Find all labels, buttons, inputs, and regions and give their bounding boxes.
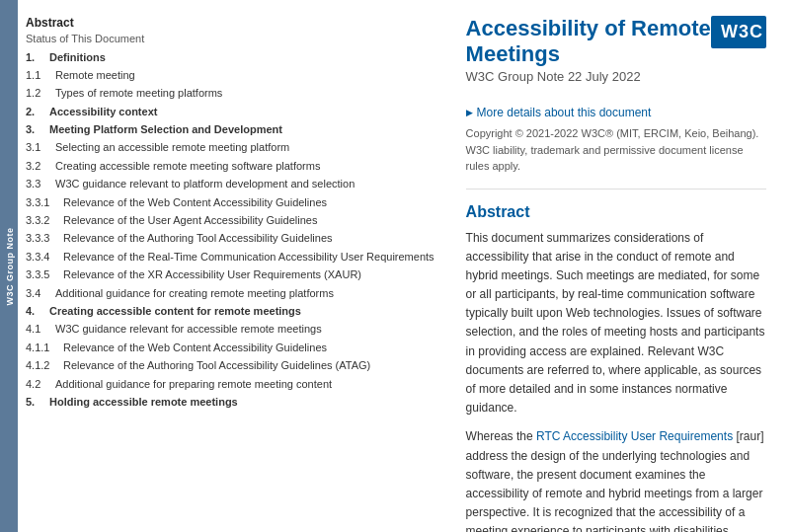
table-of-contents: 1.Definitions1.1Remote meeting1.2Types o… — [26, 48, 434, 412]
toc-item[interactable]: 4.1.1Relevance of the Web Content Access… — [26, 339, 434, 356]
toc-item[interactable]: 1.2Types of remote meeting platforms — [26, 85, 434, 103]
toc-number: 3.3.2 — [26, 213, 63, 228]
toc-number: 2. — [26, 105, 49, 119]
abstract-heading: Abstract — [466, 203, 766, 221]
toc-number: 4.1.2 — [26, 358, 63, 373]
toc-number: 4.1.1 — [26, 341, 63, 355]
toc-number: 1. — [26, 50, 49, 65]
abstract-paragraph-1: This document summarizes considerations … — [466, 229, 766, 418]
toc-item[interactable]: 3.3.2Relevance of the User Agent Accessi… — [26, 212, 434, 230]
toc-item[interactable]: 3.3.4Relevance of the Real-Time Communic… — [26, 248, 434, 266]
toc-item[interactable]: 4.1W3C guidance relevant for accessible … — [26, 321, 434, 339]
toc-number: 4.2 — [26, 377, 55, 392]
group-note-label: W3C Group Note — [4, 227, 14, 305]
toc-number: 3.2 — [26, 159, 55, 174]
toc-number: 3.3.5 — [26, 267, 63, 282]
toc-label: Accessibility context — [49, 106, 157, 117]
toc-item[interactable]: 4.2Additional guidance for preparing rem… — [26, 375, 434, 393]
main-content: Accessibility of Remote Meetings W3C Gro… — [442, 0, 790, 532]
title-block: Accessibility of Remote Meetings W3C Gro… — [466, 16, 711, 96]
header-row: Accessibility of Remote Meetings W3C Gro… — [466, 16, 766, 96]
toc-label: Additional guidance for preparing remote… — [55, 378, 332, 390]
toc-label: Remote meeting — [55, 69, 135, 81]
toc-number: 3.3.4 — [26, 250, 63, 265]
abstract-paragraph-2: Whereas the RTC Accessibility User Requi… — [466, 427, 766, 532]
toc-number: 3.3 — [26, 177, 55, 191]
details-toggle[interactable]: More details about this document — [466, 106, 766, 119]
toc-number: 3.3.1 — [26, 195, 63, 210]
toc-item[interactable]: 3.2Creating accessible remote meeting so… — [26, 157, 434, 175]
toc-label: Creating accessible content for remote m… — [49, 305, 301, 317]
details-toggle-label: More details about this document — [477, 106, 652, 119]
toc-label: Additional guidance for creating remote … — [55, 287, 334, 299]
toc-item[interactable]: 2.Accessibility context — [26, 103, 434, 120]
section-divider — [466, 189, 766, 190]
group-note-label-bar: W3C Group Note — [0, 0, 18, 532]
toc-item[interactable]: 3.3.1Relevance of the Web Content Access… — [26, 193, 434, 211]
toc-label: Meeting Platform Selection and Developme… — [49, 123, 282, 135]
copyright-text: Copyright © 2021-2022 W3C® (MIT, ERCIM, … — [466, 125, 766, 175]
toc-label: Relevance of the User Agent Accessibilit… — [63, 214, 317, 226]
toc-label: Relevance of the Authoring Tool Accessib… — [63, 359, 370, 371]
toc-number: 3.4 — [26, 286, 55, 301]
toc-item[interactable]: 5.Holding accessible remote meetings — [26, 393, 434, 411]
toc-label: Types of remote meeting platforms — [55, 87, 222, 99]
toc-number: 4. — [26, 304, 49, 319]
sidebar: W3C Group Note Abstract Status of This D… — [0, 0, 442, 532]
toc-number: 4.1 — [26, 322, 55, 337]
toc-item[interactable]: 1.Definitions — [26, 48, 434, 66]
toc-item[interactable]: 3.3W3C guidance relevant to platform dev… — [26, 176, 434, 193]
toc-label: Selecting an accessible remote meeting p… — [55, 141, 289, 153]
toc-item[interactable]: 1.1Remote meeting — [26, 66, 434, 84]
status-toc-label: Status of This Document — [26, 33, 434, 44]
toc-number: 1.1 — [26, 68, 55, 83]
toc-number: 1.2 — [26, 86, 55, 101]
toc-label: Relevance of the Web Content Accessibili… — [63, 196, 327, 208]
toc-item[interactable]: 3.3.3Relevance of the Authoring Tool Acc… — [26, 230, 434, 248]
document-subtitle: W3C Group Note 22 July 2022 — [466, 69, 711, 84]
toc-label: Relevance of the XR Accessibility User R… — [63, 268, 361, 280]
toc-label: Creating accessible remote meeting softw… — [55, 160, 320, 172]
toc-label: W3C guidance relevant for accessible rem… — [55, 323, 322, 335]
toc-item[interactable]: 3.3.5Relevance of the XR Accessibility U… — [26, 266, 434, 284]
toc-number: 3.3.3 — [26, 231, 63, 246]
toc-number: 3. — [26, 122, 49, 137]
toc-item[interactable]: 3.1Selecting an accessible remote meetin… — [26, 139, 434, 157]
toc-label: W3C guidance relevant to platform develo… — [55, 178, 355, 190]
toc-item[interactable]: 3.4Additional guidance for creating remo… — [26, 284, 434, 302]
toc-label: Relevance of the Real-Time Communication… — [63, 251, 434, 263]
w3c-logo: W3C — [711, 16, 766, 48]
toc-label: Holding accessible remote meetings — [49, 396, 238, 408]
sidebar-content: Abstract Status of This Document 1.Defin… — [18, 0, 442, 532]
abstract-toc-label: Abstract — [26, 16, 434, 30]
toc-label: Relevance of the Web Content Accessibili… — [63, 342, 327, 353]
document-title: Accessibility of Remote Meetings — [466, 16, 711, 67]
toc-item[interactable]: 3.Meeting Platform Selection and Develop… — [26, 121, 434, 139]
toc-item[interactable]: 4.1.2Relevance of the Authoring Tool Acc… — [26, 357, 434, 375]
rtc-link[interactable]: RTC Accessibility User Requirements — [536, 429, 733, 443]
toc-label: Relevance of the Authoring Tool Accessib… — [63, 232, 333, 244]
toc-number: 5. — [26, 395, 49, 410]
toc-number: 3.1 — [26, 140, 55, 155]
toc-label: Definitions — [49, 51, 106, 63]
toc-item[interactable]: 4.Creating accessible content for remote… — [26, 302, 434, 320]
